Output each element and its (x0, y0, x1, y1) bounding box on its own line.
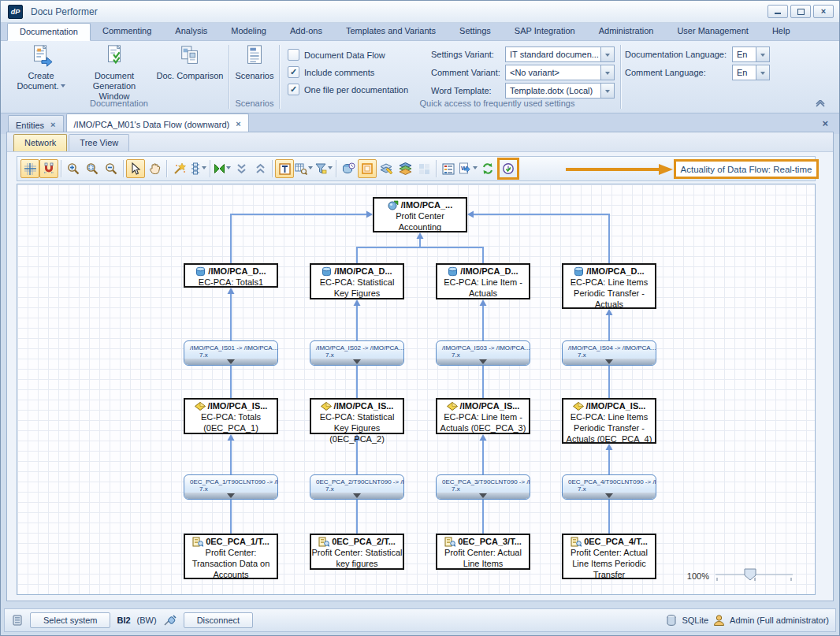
expand-triangle-icon[interactable] (479, 493, 487, 498)
chevron-down-icon[interactable] (601, 83, 615, 99)
node-datasource-3[interactable]: 0EC_PCA_3/T... Profit Center: Actual Lin… (436, 534, 530, 570)
zoom-in-button[interactable] (64, 159, 83, 178)
create-document-icon (29, 44, 53, 68)
node-transformation-lower-1[interactable]: 0EC_PCA_1/T90CLNT090 -> /I... 7.x (184, 474, 278, 500)
layers-button[interactable] (396, 159, 414, 178)
checkbox-include-comments[interactable]: ✓ Include comments (288, 66, 374, 78)
documentation-language-select[interactable]: En (732, 46, 770, 62)
view-tab-network[interactable]: Network (13, 134, 67, 151)
refresh-button[interactable] (478, 159, 497, 178)
node-transformation-upper-1[interactable]: /IMO/PCA_IS01 -> /IMO/PCA... 7.x (184, 340, 278, 366)
node-infosource-2[interactable]: /IMO/PCA_IS... EC-PCA: Statistical Key F… (310, 398, 404, 434)
node-profit-center-accounting[interactable]: /IMO/PCA_... Profit Center Accounting (373, 197, 467, 232)
maximize-button[interactable] (790, 5, 811, 18)
ribbon-tab-user-management[interactable]: User Management (665, 23, 760, 40)
checkbox-one-file-per-documentation[interactable]: ✓ One file per documentation (288, 84, 408, 95)
magnet-button[interactable] (39, 159, 58, 178)
expand-triangle-icon[interactable] (353, 493, 361, 498)
node-transformation-lower-2[interactable]: 0EC_PCA_2/T90CLNT090 -> /I... 7.x (310, 474, 404, 500)
actuality-clock-button[interactable] (497, 158, 519, 180)
database-label[interactable]: SQLite (682, 616, 708, 625)
edit-layers-button[interactable] (377, 159, 396, 178)
close-button[interactable]: × (813, 5, 834, 18)
zoom-out-button[interactable] (102, 159, 121, 178)
chevron-down-icon[interactable] (756, 46, 770, 62)
zoom-slider[interactable] (714, 567, 796, 585)
chevron-down-icon[interactable] (601, 65, 615, 80)
ribbon-tab-analysis[interactable]: Analysis (163, 23, 219, 40)
close-tab-icon[interactable]: × (50, 121, 55, 129)
zoom-fit-button[interactable] (83, 159, 102, 178)
user-label[interactable]: Admin (Full administrator) (730, 616, 829, 625)
chevron-down-icon[interactable] (601, 46, 615, 62)
minimize-button[interactable] (768, 5, 788, 18)
export-image-button[interactable] (339, 159, 358, 178)
frame-mode-button[interactable] (358, 159, 377, 178)
expand-triangle-icon[interactable] (479, 359, 487, 364)
transformation-filter-button[interactable] (213, 159, 232, 178)
ribbon-tab-commenting[interactable]: Commenting (91, 23, 163, 40)
node-transformation-upper-4[interactable]: /IMO/PCA_IS04 -> /IMO/PCA... 7.x (562, 340, 656, 366)
node-datasource-2[interactable]: 0EC_PCA_2/T... Profit Center: Statistica… (310, 534, 404, 570)
expand-triangle-icon[interactable] (227, 359, 235, 364)
node-cube-2[interactable]: /IMO/PCA_D... EC-PCA: Statistical Key Fi… (310, 263, 404, 299)
ribbon-tab-add-ons[interactable]: Add-ons (278, 23, 334, 40)
show-text-button[interactable] (275, 159, 294, 178)
select-cursor-button[interactable] (126, 159, 145, 178)
system-list-icon[interactable] (11, 614, 24, 627)
comment-language-select[interactable]: En (732, 65, 770, 80)
node-infosource-1[interactable]: /IMO/PCA_IS... EC-PCA: Totals (0EC_PCA_1… (184, 398, 278, 434)
transformation-version: 7.x (184, 351, 277, 359)
ribbon-tab-administration[interactable]: Administration (587, 23, 666, 40)
node-transformation-upper-3[interactable]: /IMO/PCA_IS03 -> /IMO/PCA... 7.x (436, 340, 530, 366)
ribbon-tab-templates-and-variants[interactable]: Templates and Variants (334, 23, 448, 40)
comment-variant-select[interactable]: <No variant> (505, 65, 615, 80)
snap-grid-button[interactable] (20, 159, 39, 178)
chevron-down-icon[interactable] (756, 65, 770, 80)
scenarios-button[interactable]: Scenarios (232, 43, 277, 81)
ribbon-tab-sap-integration[interactable]: SAP Integration (503, 23, 587, 40)
ribbon-tab-help[interactable]: Help (760, 23, 802, 40)
node-cube-4[interactable]: /IMO/PCA_D... EC-PCA: Line Items Periodi… (562, 263, 656, 309)
view-tab-tree-view[interactable]: Tree View (69, 134, 129, 151)
auto-layout-button[interactable] (169, 159, 188, 178)
node-infosource-4[interactable]: /IMO/PCA_IS... EC-PCA: Line Items Period… (562, 398, 656, 444)
node-transformation-lower-4[interactable]: 0EC_PCA_4/T90CLNT090 -> /I... 7.x (562, 474, 656, 500)
filter-button[interactable] (314, 159, 333, 178)
ribbon-tab-documentation[interactable]: Documentation (7, 23, 91, 41)
expand-triangle-icon[interactable] (353, 359, 361, 364)
checkbox-document-data-flow[interactable]: Document Data Flow (288, 49, 385, 61)
diagram-canvas[interactable]: /IMO/PCA_... Profit Center Accounting/IM… (17, 184, 816, 595)
word-export-button[interactable]: W (458, 159, 478, 178)
collapse-all-button[interactable] (232, 159, 251, 178)
layout-options-button[interactable] (188, 159, 207, 178)
settings-variant-select[interactable]: IT standard documen... (505, 46, 615, 62)
node-transformation-lower-3[interactable]: 0EC_PCA_3/T90CLNT090 -> /I... 7.x (436, 474, 530, 500)
node-cube-1[interactable]: /IMO/PCA_D... EC-PCA: Totals1 (184, 263, 278, 288)
pan-hand-button[interactable] (145, 159, 164, 178)
doc-comparison-button[interactable]: Doc. Comparison (154, 43, 226, 81)
word-template-select[interactable]: Template.dotx (Local) (505, 83, 615, 99)
node-infosource-3[interactable]: /IMO/PCA_IS... EC-PCA: Line Item - Actua… (436, 398, 530, 434)
zoom-slider-thumb[interactable] (745, 569, 756, 580)
expand-all-button[interactable] (251, 159, 269, 178)
ribbon-tab-settings[interactable]: Settings (448, 23, 503, 40)
select-system-button[interactable]: Select system (30, 612, 110, 628)
collapse-ribbon-button[interactable] (816, 96, 825, 110)
expand-triangle-icon[interactable] (227, 493, 235, 498)
preview-table-button[interactable] (294, 159, 314, 178)
ribbon-tab-modeling[interactable]: Modeling (219, 23, 278, 40)
create-document-button[interactable]: Create Document. (9, 43, 73, 91)
close-tab-icon[interactable]: × (236, 120, 240, 128)
expand-triangle-icon[interactable] (605, 493, 613, 498)
document-generation-button[interactable]: Document Generation Window (76, 43, 152, 102)
node-datasource-4[interactable]: 0EC_PCA_4/T... Profit Center: Actual Lin… (562, 534, 656, 579)
legend-button[interactable] (439, 159, 458, 178)
node-datasource-1[interactable]: 0EC_PCA_1/T... Profit Center: Transactio… (184, 534, 278, 579)
edit-layers-icon (380, 163, 393, 175)
disconnect-button[interactable]: Disconnect (184, 612, 253, 628)
expand-triangle-icon[interactable] (605, 359, 613, 364)
node-cube-3[interactable]: /IMO/PCA_D... EC-PCA: Line Item - Actual… (436, 263, 530, 299)
close-document-icon[interactable]: × (822, 117, 828, 129)
node-transformation-upper-2[interactable]: /IMO/PCA_IS02 -> /IMO/PCA... 7.x (310, 340, 404, 366)
